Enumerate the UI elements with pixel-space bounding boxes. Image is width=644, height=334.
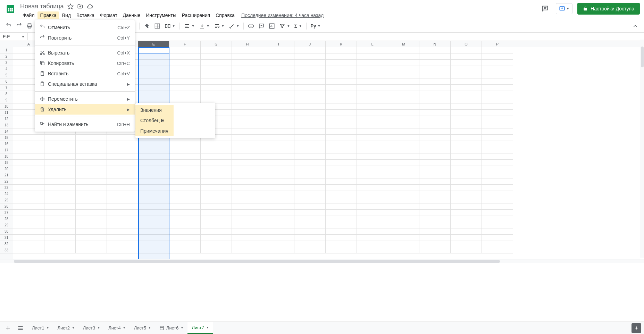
- menu-help[interactable]: Справка: [213, 11, 237, 19]
- cell[interactable]: [263, 72, 294, 78]
- cell[interactable]: [388, 97, 419, 103]
- name-box[interactable]: E:E▼: [0, 33, 28, 40]
- cell[interactable]: [482, 78, 513, 85]
- cell[interactable]: [482, 66, 513, 72]
- cell[interactable]: [201, 78, 232, 85]
- row-header[interactable]: 7: [0, 85, 13, 91]
- cell[interactable]: [357, 60, 388, 66]
- cell[interactable]: [76, 166, 107, 172]
- row-header[interactable]: 31: [0, 235, 13, 241]
- cell[interactable]: [388, 210, 419, 216]
- menu-edit[interactable]: Правка: [37, 11, 59, 19]
- cell[interactable]: [263, 60, 294, 66]
- cell[interactable]: [451, 60, 482, 66]
- menu-find-replace[interactable]: Найти и заменить Ctrl+H: [35, 119, 135, 130]
- cell[interactable]: [326, 60, 357, 66]
- cell[interactable]: [326, 178, 357, 185]
- menu-data[interactable]: Данные: [120, 11, 143, 19]
- row-header[interactable]: 20: [0, 166, 13, 172]
- cell[interactable]: [357, 91, 388, 97]
- cell[interactable]: [326, 166, 357, 172]
- cell[interactable]: [388, 60, 419, 66]
- cell[interactable]: [294, 160, 326, 166]
- cell[interactable]: [263, 191, 294, 197]
- cell[interactable]: [419, 72, 451, 78]
- cell[interactable]: [482, 166, 513, 172]
- cell[interactable]: [482, 85, 513, 91]
- cell[interactable]: [138, 91, 169, 97]
- cell[interactable]: [232, 116, 263, 122]
- cell[interactable]: [13, 216, 44, 222]
- cell[interactable]: [263, 241, 294, 247]
- cell[interactable]: [451, 197, 482, 203]
- cell[interactable]: [76, 247, 107, 253]
- cell[interactable]: [482, 247, 513, 253]
- row-header[interactable]: 24: [0, 191, 13, 197]
- cell[interactable]: [107, 197, 138, 203]
- cell[interactable]: [13, 203, 44, 210]
- cell[interactable]: [107, 241, 138, 247]
- cell[interactable]: [451, 222, 482, 228]
- cell[interactable]: [169, 172, 201, 178]
- cell[interactable]: [13, 241, 44, 247]
- cell[interactable]: [451, 103, 482, 110]
- cell[interactable]: [482, 241, 513, 247]
- explore-button[interactable]: +: [632, 323, 641, 333]
- cell[interactable]: [76, 185, 107, 191]
- cell[interactable]: [201, 172, 232, 178]
- present-button[interactable]: ▼: [556, 3, 572, 14]
- cell[interactable]: [388, 191, 419, 197]
- cell[interactable]: [294, 203, 326, 210]
- column-header[interactable]: P: [482, 41, 513, 47]
- cell[interactable]: [138, 85, 169, 91]
- column-header[interactable]: L: [357, 41, 388, 47]
- cell[interactable]: [76, 141, 107, 147]
- cell[interactable]: [419, 241, 451, 247]
- cell[interactable]: [294, 191, 326, 197]
- sheet-tab[interactable]: Лист1▼: [28, 322, 53, 334]
- cell[interactable]: [326, 47, 357, 53]
- cell[interactable]: [357, 103, 388, 110]
- cell[interactable]: [451, 116, 482, 122]
- cell[interactable]: [169, 72, 201, 78]
- row-header[interactable]: 33: [0, 247, 13, 253]
- merge-cells-icon[interactable]: ▼: [163, 23, 177, 29]
- cell[interactable]: [388, 135, 419, 141]
- cell[interactable]: [232, 222, 263, 228]
- cell[interactable]: [107, 141, 138, 147]
- cell[interactable]: [263, 172, 294, 178]
- row-header[interactable]: 10: [0, 103, 13, 110]
- cell[interactable]: [388, 235, 419, 241]
- cell[interactable]: [357, 178, 388, 185]
- cell[interactable]: [263, 153, 294, 160]
- cell[interactable]: [388, 103, 419, 110]
- cell[interactable]: [263, 166, 294, 172]
- cell[interactable]: [107, 228, 138, 235]
- cell[interactable]: [263, 235, 294, 241]
- wrap-text-icon[interactable]: ▼: [212, 23, 226, 29]
- cell[interactable]: [294, 222, 326, 228]
- cell[interactable]: [138, 160, 169, 166]
- menu-undo[interactable]: Отменить Ctrl+Z: [35, 22, 135, 33]
- cell[interactable]: [357, 172, 388, 178]
- cell[interactable]: [482, 97, 513, 103]
- column-header[interactable]: K: [326, 41, 357, 47]
- cell[interactable]: [326, 235, 357, 241]
- cell[interactable]: [138, 141, 169, 147]
- cell[interactable]: [232, 78, 263, 85]
- cell[interactable]: [357, 78, 388, 85]
- cell[interactable]: [232, 241, 263, 247]
- cell[interactable]: [13, 222, 44, 228]
- cell[interactable]: [201, 178, 232, 185]
- cell[interactable]: [419, 53, 451, 60]
- cell[interactable]: [451, 210, 482, 216]
- cell[interactable]: [451, 178, 482, 185]
- cell[interactable]: [76, 203, 107, 210]
- cell[interactable]: [263, 47, 294, 53]
- cell[interactable]: [419, 103, 451, 110]
- cell[interactable]: [76, 216, 107, 222]
- row-header[interactable]: 22: [0, 178, 13, 185]
- cell[interactable]: [201, 85, 232, 91]
- cell[interactable]: [451, 172, 482, 178]
- cell[interactable]: [44, 235, 76, 241]
